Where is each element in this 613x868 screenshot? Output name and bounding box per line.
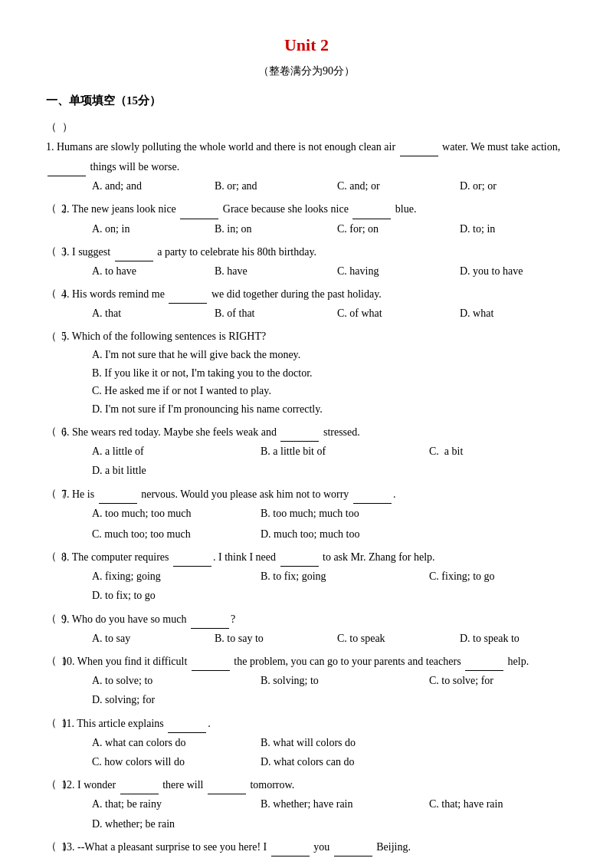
q12-text: 12. I wonder there will tomorrow. (61, 774, 294, 794)
q9-text: 9. Who do you have so much ? (61, 609, 235, 629)
q12-paren: （ ） (46, 774, 61, 794)
q4-optD: D. what (460, 304, 493, 323)
q13-paren: （ ） (46, 837, 61, 856)
q8-paren: （ ） (46, 547, 61, 567)
question-5: （ ） 5. Which of the following sentences … (46, 327, 567, 419)
q11-text: 11. This article explains . (61, 713, 211, 733)
q3-optA: A. to have (92, 261, 215, 281)
q11-optA: A. what can colors do (92, 733, 261, 752)
q4-text: 4. His words remind me we did together d… (61, 284, 382, 304)
question-6: （ ） 6. She wears red today. Maybe she fe… (46, 422, 567, 481)
question-13: （ ） 13. --What a pleasant surprise to se… (46, 837, 567, 856)
q6-optA: A. a little of (92, 442, 261, 461)
q13-text: 13. --What a pleasant surprise to see yo… (61, 837, 411, 856)
q12-optC: C. that; have rain (429, 794, 503, 814)
q11-optD: D. what colors can do (261, 752, 354, 771)
question-1: （ ） 1. Humans are slowly polluting the w… (46, 117, 567, 196)
q2-text: 2. The new jeans look nice Grace because… (61, 199, 416, 219)
question-3: （ ） 3. I suggest a party to celebrate hi… (46, 242, 567, 281)
q2-optD: D. to; in (460, 219, 495, 238)
section1-header: 一、单项填空（15分） (46, 91, 567, 111)
q4-optA: A. that (92, 304, 215, 323)
q1-optB: B. or; and (215, 176, 337, 196)
q1-paren: （ ） (46, 117, 61, 136)
question-2: （ ） 2. The new jeans look nice Grace bec… (46, 199, 567, 238)
q1-optC: C. and; or (337, 176, 460, 196)
q2-optB: B. in; on (215, 219, 337, 238)
q2-optC: C. for; on (337, 219, 460, 238)
q10-paren: （ ） (46, 651, 61, 671)
q4-optC: C. of what (337, 304, 460, 323)
q9-optA: A. to say (92, 629, 215, 648)
question-7: （ ） 7. He is nervous. Would you please a… (46, 484, 567, 544)
q6-optC: C. a bit (429, 442, 552, 461)
question-4: （ ） 4. His words remind me we did togeth… (46, 284, 567, 323)
q10-text: 10. When you find it difficult the probl… (61, 651, 529, 671)
question-8: （ ） 8. The computer requires . I think I… (46, 547, 567, 606)
q5-optD: D. I'm not sure if I'm pronouncing his n… (92, 400, 567, 419)
q7-optA: A. too much; too much (92, 504, 261, 523)
q11-paren: （ ） (46, 713, 61, 733)
q3-text: 3. I suggest a party to celebrate his 80… (61, 242, 316, 261)
q7-optC: C. much too; too much (92, 524, 261, 544)
q9-optD: D. to speak to (460, 629, 520, 648)
q11-optC: C. how colors will do (92, 752, 261, 771)
q10-optC: C. to solve; for (429, 671, 493, 690)
q3-paren: （ ） (46, 242, 61, 261)
q9-optB: B. to say to (215, 629, 337, 648)
q4-paren: （ ） (46, 284, 61, 304)
q3-optC: C. having (337, 261, 460, 281)
q6-paren: （ ） (46, 422, 61, 442)
question-10: （ ） 10. When you find it difficult the p… (46, 651, 567, 710)
q12-optA: A. that; be rainy (92, 794, 261, 814)
q7-optB: B. too much; much too (261, 504, 359, 523)
q8-optB: B. to fix; going (261, 567, 429, 586)
q5-optB: B. If you like it or not, I'm taking you… (92, 364, 567, 383)
q7-text: 7. He is nervous. Would you please ask h… (61, 484, 395, 504)
q1-text: 1. Humans are slowly polluting the whole… (46, 136, 567, 176)
q12-optB: B. whether; have rain (261, 794, 429, 814)
q10-optB: B. solving; to (261, 671, 429, 690)
question-9: （ ） 9. Who do you have so much ? A. to s… (46, 609, 567, 648)
q8-optD: D. to fix; to go (92, 586, 156, 605)
q2-optA: A. on; in (92, 219, 215, 238)
q8-text: 8. The computer requires . I think I nee… (61, 547, 435, 567)
q5-optC: C. He asked me if or not I wanted to pla… (92, 382, 567, 400)
q3-optD: D. you to have (460, 261, 523, 281)
q3-optB: B. have (215, 261, 337, 281)
q6-text: 6. She wears red today. Maybe she feels … (61, 422, 360, 442)
q7-paren: （ ） (46, 484, 61, 504)
q6-optD: D. a bit little (92, 461, 146, 480)
q9-paren: （ ） (46, 609, 61, 629)
q5-paren: （ ） (46, 327, 61, 346)
q8-optC: C. fixing; to go (429, 567, 495, 586)
q12-optD: D. whether; be rain (92, 814, 175, 833)
q4-optB: B. of that (215, 304, 337, 323)
page-subtitle: （整卷满分为90分） (46, 62, 567, 81)
q9-optC: C. to speak (337, 629, 460, 648)
q2-paren: （ ） (46, 199, 61, 219)
q11-optB: B. what will colors do (261, 733, 356, 752)
page-title: Unit 2 (46, 31, 567, 59)
q5-optA: A. I'm not sure that he will give back t… (92, 346, 567, 364)
q1-optA: A. and; and (92, 176, 215, 196)
q5-text: 5. Which of the following sentences is R… (61, 327, 266, 346)
q8-optA: A. fixing; going (92, 567, 261, 586)
q7-optD: D. much too; much too (261, 524, 360, 544)
q10-optD: D. solving; for (92, 690, 155, 709)
q1-optD: D. or; or (460, 176, 497, 196)
q6-optB: B. a little bit of (261, 442, 429, 461)
question-12: （ ） 12. I wonder there will tomorrow. A.… (46, 774, 567, 833)
question-11: （ ） 11. This article explains . A. what … (46, 713, 567, 772)
q10-optA: A. to solve; to (92, 671, 261, 690)
